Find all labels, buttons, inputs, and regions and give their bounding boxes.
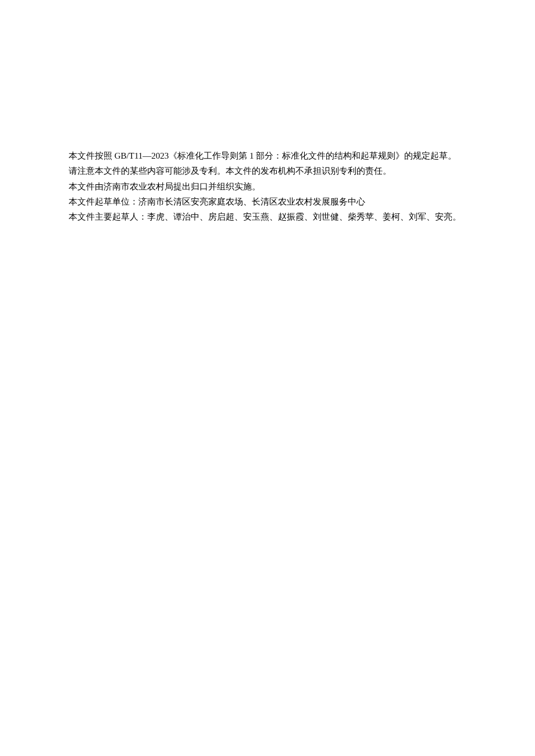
paragraph-proposing-org: 本文件由济南市农业农村局提出归口并组织实施。 [51, 179, 484, 194]
paragraph-standard-basis: 本文件按照 GB/T11—2023《标准化工作导则第 1 部分：标准化文件的结构… [51, 148, 484, 163]
paragraph-drafting-units: 本文件起草单位：济南市长清区安亮家庭农场、长清区农业农村发展服务中心 [51, 194, 484, 209]
document-body: 本文件按照 GB/T11—2023《标准化工作导则第 1 部分：标准化文件的结构… [51, 148, 484, 224]
paragraph-drafters: 本文件主要起草人：李虎、谭治中、房启超、安玉燕、赵振霞、刘世健、柴秀苹、姜柯、刘… [51, 209, 484, 224]
paragraph-patent-notice: 请注意本文件的某些内容可能涉及专利。本文件的发布机构不承担识别专利的责任。 [51, 163, 484, 178]
